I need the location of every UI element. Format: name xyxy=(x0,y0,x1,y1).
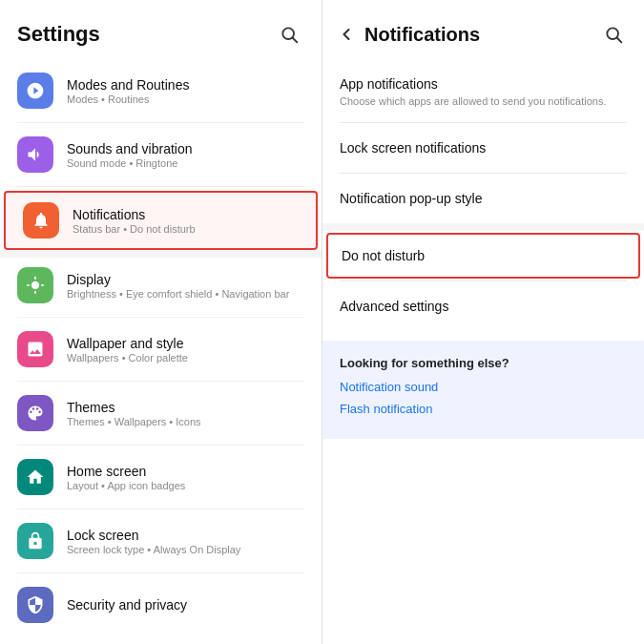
homescreen-title: Home screen xyxy=(67,464,185,479)
wallpaper-title: Wallpaper and style xyxy=(67,336,188,351)
notifications-title: Notifications xyxy=(73,207,196,222)
wallpaper-subtitle: Wallpapers • Color palette xyxy=(67,352,188,364)
sidebar-item-lockscreen[interactable]: Lock screen Screen lock type • Always On… xyxy=(0,513,322,569)
left-header: Settings xyxy=(0,0,322,63)
security-text: Security and privacy xyxy=(67,597,187,613)
sidebar-item-modes[interactable]: Modes and Routines Modes • Routines xyxy=(0,63,322,118)
modes-text: Modes and Routines Modes • Routines xyxy=(67,77,189,105)
notifications-content: App notifications Choose which apps are … xyxy=(322,63,644,644)
do-not-disturb-item[interactable]: Do not disturb xyxy=(326,233,640,279)
svg-line-1 xyxy=(293,38,298,43)
homescreen-subtitle: Layout • App icon badges xyxy=(67,480,185,491)
flash-notification-link[interactable]: Flash notification xyxy=(340,402,627,416)
app-notifications-desc: Choose which apps are allowed to send yo… xyxy=(340,94,627,109)
right-header-left: Notifications xyxy=(332,20,480,49)
lockscreen-subtitle: Screen lock type • Always On Display xyxy=(67,544,240,555)
sounds-icon xyxy=(17,136,53,173)
display-icon xyxy=(17,267,53,303)
modes-title: Modes and Routines xyxy=(67,77,189,93)
sounds-subtitle: Sound mode • Ringtone xyxy=(67,157,193,169)
looking-title: Looking for something else? xyxy=(340,356,627,370)
wallpaper-text: Wallpaper and style Wallpapers • Color p… xyxy=(67,336,188,364)
notifications-subtitle: Status bar • Do not disturb xyxy=(73,223,196,235)
security-title: Security and privacy xyxy=(67,597,187,613)
sidebar-item-security[interactable]: Security and privacy xyxy=(0,577,322,633)
notifications-icon xyxy=(23,202,59,239)
display-title: Display xyxy=(67,272,289,287)
homescreen-text: Home screen Layout • App icon badges xyxy=(67,464,185,491)
display-text: Display Brightness • Eye comfort shield … xyxy=(67,272,289,300)
themes-subtitle: Themes • Wallpapers • Icons xyxy=(67,416,201,427)
do-not-disturb-label: Do not disturb xyxy=(342,248,425,263)
notification-popup-style-item[interactable]: Notification pop-up style xyxy=(322,174,644,223)
sidebar-item-notifications[interactable]: Notifications Status bar • Do not distur… xyxy=(4,191,318,250)
display-subtitle: Brightness • Eye comfort shield • Naviga… xyxy=(67,288,289,300)
lockscreen-text: Lock screen Screen lock type • Always On… xyxy=(67,528,240,555)
notifications-right-panel: Notifications App notifications Choose w… xyxy=(322,0,644,644)
advanced-settings-label: Advanced settings xyxy=(340,299,448,314)
back-button[interactable] xyxy=(332,20,361,49)
wallpaper-icon xyxy=(17,331,53,367)
sidebar-item-display[interactable]: Display Brightness • Eye comfort shield … xyxy=(0,258,322,313)
modes-subtitle: Modes • Routines xyxy=(67,93,189,105)
sidebar-item-sounds[interactable]: Sounds and vibration Sound mode • Ringto… xyxy=(0,127,322,182)
app-notifications-item[interactable]: App notifications Choose which apps are … xyxy=(322,63,644,122)
sidebar-item-wallpaper[interactable]: Wallpaper and style Wallpapers • Color p… xyxy=(0,322,322,377)
themes-icon xyxy=(17,395,53,431)
notification-popup-style-label: Notification pop-up style xyxy=(340,191,482,206)
themes-title: Themes xyxy=(67,400,201,415)
right-search-button[interactable] xyxy=(598,19,629,50)
svg-line-3 xyxy=(617,38,622,43)
lockscreen-title: Lock screen xyxy=(67,528,240,543)
notifications-text: Notifications Status bar • Do not distur… xyxy=(73,207,196,235)
sidebar-item-homescreen[interactable]: Home screen Layout • App icon badges xyxy=(0,449,322,505)
right-header: Notifications xyxy=(322,0,644,63)
settings-title: Settings xyxy=(17,22,100,47)
lock-screen-notifications-item[interactable]: Lock screen notifications xyxy=(322,123,644,173)
sidebar-item-themes[interactable]: Themes Themes • Wallpapers • Icons xyxy=(0,385,322,441)
settings-left-panel: Settings Modes and Routines Modes • Rout… xyxy=(0,0,322,644)
notifications-panel-title: Notifications xyxy=(364,24,480,46)
homescreen-icon xyxy=(17,459,53,495)
advanced-settings-item[interactable]: Advanced settings xyxy=(322,281,644,331)
notification-sound-link[interactable]: Notification sound xyxy=(340,380,627,394)
lockscreen-icon xyxy=(17,523,53,559)
settings-list: Modes and Routines Modes • Routines Soun… xyxy=(0,63,322,644)
security-icon xyxy=(17,587,53,623)
left-search-button[interactable] xyxy=(274,19,304,50)
sounds-title: Sounds and vibration xyxy=(67,141,193,156)
themes-text: Themes Themes • Wallpapers • Icons xyxy=(67,400,201,427)
looking-section: Looking for something else? Notification… xyxy=(322,341,644,439)
modes-icon xyxy=(17,73,53,109)
app-notifications-title: App notifications xyxy=(340,76,627,92)
lock-screen-notifications-label: Lock screen notifications xyxy=(340,140,486,156)
sounds-text: Sounds and vibration Sound mode • Ringto… xyxy=(67,141,193,169)
